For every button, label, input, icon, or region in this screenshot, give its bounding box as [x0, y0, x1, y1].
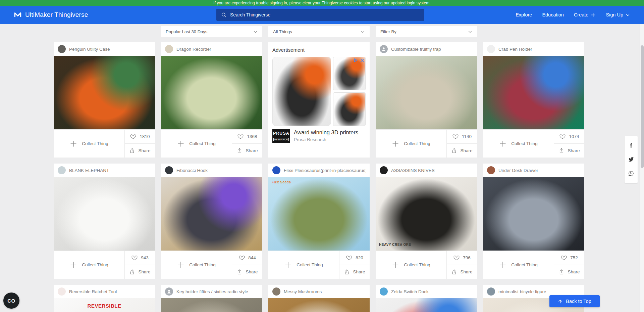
like-button[interactable]: 1140: [447, 130, 477, 144]
share-button[interactable]: Share: [232, 144, 262, 158]
thing-image-link[interactable]: Flex Seeds: [268, 177, 370, 251]
share-button[interactable]: Share: [447, 265, 477, 279]
creator-avatar[interactable]: [380, 45, 388, 53]
creator-avatar[interactable]: [58, 45, 66, 53]
cookie-settings-button[interactable]: CO: [3, 293, 19, 309]
collect-thing-button[interactable]: Collect Thing: [161, 251, 232, 279]
thing-title-link[interactable]: Under Desk Drawer: [498, 168, 538, 173]
share-button[interactable]: Share: [232, 265, 262, 279]
share-button[interactable]: Share: [339, 265, 370, 279]
thing-image-link[interactable]: REVERSIBLE: [54, 298, 155, 312]
creator-avatar[interactable]: [380, 166, 388, 174]
thing-card: Under Desk Drawer Collect Thing 752: [483, 164, 584, 279]
thing-image-watermark: Flex Seeds: [272, 180, 291, 184]
like-button[interactable]: 796: [447, 251, 477, 265]
collect-thing-button[interactable]: Collect Thing: [268, 251, 339, 279]
thing-image-link[interactable]: [54, 56, 155, 129]
creator-avatar[interactable]: [272, 166, 280, 174]
creator-avatar[interactable]: [58, 166, 66, 174]
creator-avatar[interactable]: [487, 166, 495, 174]
creator-avatar[interactable]: [165, 45, 173, 53]
thing-title-link[interactable]: Penguin Utility Case: [69, 47, 110, 52]
like-button[interactable]: 1368: [232, 130, 262, 144]
thing-title-link[interactable]: Key holder fifties / sixties radio style: [176, 289, 248, 294]
share-button[interactable]: Share: [125, 265, 155, 279]
thing-title-link[interactable]: minimalist bicycle figure: [498, 289, 546, 294]
brand-logo-link[interactable]: UltiMaker Thingiverse: [13, 10, 88, 19]
creator-avatar[interactable]: [165, 166, 173, 174]
ad-info[interactable]: PRUSA RESEARCH Award winning 3D printers…: [272, 129, 366, 143]
back-to-top-button[interactable]: Back to Top: [549, 295, 600, 307]
thing-title-link[interactable]: Dragon Recorder: [176, 47, 211, 52]
creator-avatar[interactable]: [487, 45, 495, 53]
filter-by-dropdown[interactable]: Filter By: [376, 26, 477, 37]
thing-title-link[interactable]: Messy Mushrooms: [284, 289, 322, 294]
thing-image-link[interactable]: [161, 298, 262, 312]
collect-thing-button[interactable]: Collect Thing: [376, 251, 446, 279]
thing-image-link[interactable]: [483, 177, 584, 251]
creator-avatar[interactable]: [58, 287, 66, 296]
collect-thing-button[interactable]: Collect Thing: [54, 251, 124, 279]
thing-title-link[interactable]: Customizable fruitfly trap: [391, 47, 441, 52]
collect-thing-button[interactable]: Collect Thing: [54, 130, 124, 158]
share-button[interactable]: Share: [554, 265, 584, 279]
collect-thing-button[interactable]: Collect Thing: [483, 130, 554, 158]
creator-avatar[interactable]: [165, 287, 173, 296]
social-share-bar: [625, 136, 638, 183]
like-button[interactable]: 844: [232, 251, 262, 265]
like-button[interactable]: 752: [554, 251, 584, 265]
category-dropdown[interactable]: All Things: [268, 26, 370, 37]
collect-thing-button[interactable]: Collect Thing: [376, 130, 446, 158]
thing-image-link[interactable]: [268, 298, 370, 312]
heart-icon: [131, 255, 138, 261]
collect-thing-button[interactable]: Collect Thing: [161, 130, 232, 158]
ad-thumb-image-2[interactable]: [333, 92, 366, 126]
thing-image-link[interactable]: [161, 56, 262, 129]
collect-thing-button[interactable]: Collect Thing: [483, 251, 554, 279]
share-button[interactable]: Share: [125, 144, 155, 158]
thing-card-header: Crab Pen Holder: [483, 42, 584, 56]
plus-icon: [70, 261, 77, 269]
thing-title-link[interactable]: Fibonacci Hook: [176, 168, 208, 173]
like-button[interactable]: 1810: [125, 130, 155, 144]
ad-main-image[interactable]: [272, 57, 331, 126]
thing-image-watermark: HEAVY CREA ORS: [379, 243, 411, 247]
thing-image-link[interactable]: [161, 177, 262, 251]
thing-image-link[interactable]: [483, 56, 584, 129]
nav-explore[interactable]: Explore: [516, 12, 532, 17]
thing-card-footer: Collect Thing 820 Share: [268, 251, 370, 279]
facebook-icon[interactable]: [628, 142, 634, 148]
like-button[interactable]: 820: [339, 251, 370, 265]
nav-sign-up[interactable]: Sign Up: [606, 12, 630, 17]
page-scrollbar[interactable]: [640, 24, 644, 312]
thing-card: Messy Mushrooms Collect Thing: [268, 285, 370, 312]
thing-title-link[interactable]: Reversible Ratchet Tool: [69, 289, 117, 294]
share-label: Share: [568, 269, 580, 274]
thing-title-link[interactable]: Zelda Switch Dock: [391, 289, 429, 294]
thing-title-link[interactable]: BLANK ELEPHANT: [69, 168, 109, 173]
sort-dropdown[interactable]: Popular Last 30 Days: [161, 26, 262, 37]
thing-image-link[interactable]: [376, 56, 477, 129]
thing-image-link[interactable]: [54, 177, 155, 251]
creator-avatar[interactable]: [380, 287, 388, 296]
nav-create[interactable]: Create: [574, 12, 596, 17]
share-button[interactable]: Share: [554, 144, 584, 158]
whatsapp-icon[interactable]: [628, 170, 634, 177]
nav-education[interactable]: Education: [542, 12, 564, 17]
thing-title-link[interactable]: ASSASSINS KNIVES: [391, 168, 435, 173]
scrollbar-thumb[interactable]: [641, 45, 644, 168]
thing-title-link[interactable]: Crab Pen Holder: [498, 47, 532, 52]
creator-avatar[interactable]: [487, 287, 495, 296]
search-input[interactable]: [230, 12, 420, 17]
thing-card: BLANK ELEPHANT Collect Thing 943: [54, 164, 155, 279]
thing-title-link[interactable]: Flexi Plesiosaurus(print-in-placeiosauru…: [284, 168, 366, 173]
like-button[interactable]: 1074: [554, 130, 584, 144]
twitter-icon[interactable]: [628, 156, 634, 163]
thing-image-link[interactable]: [376, 298, 477, 312]
creator-avatar[interactable]: [272, 287, 280, 296]
adchoices-icon[interactable]: [353, 58, 358, 63]
close-icon[interactable]: [360, 58, 365, 63]
like-button[interactable]: 943: [125, 251, 155, 265]
share-button[interactable]: Share: [447, 144, 477, 158]
thing-image-link[interactable]: HEAVY CREA ORS: [376, 177, 477, 251]
